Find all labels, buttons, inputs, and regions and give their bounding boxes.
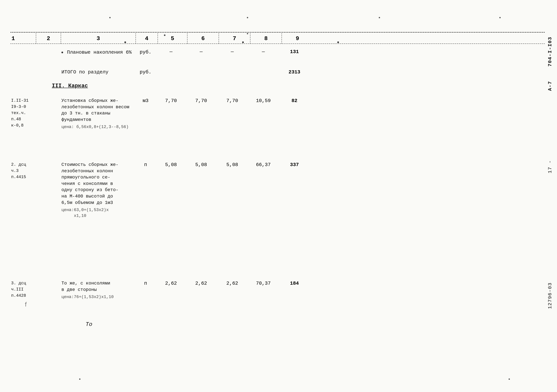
col-header-7: 7 bbox=[219, 35, 250, 42]
row-1: I.II-31 I9-3-0 тех.ч. п.48 к-0,8 Установ… bbox=[10, 96, 545, 132]
col9-planovye: 131 bbox=[279, 49, 310, 55]
head-dot-1 bbox=[164, 34, 165, 36]
col6-row3: 2,62 bbox=[186, 280, 217, 286]
col5-row3: 2,62 bbox=[156, 280, 186, 286]
col8-planovye: — bbox=[248, 49, 279, 55]
col7-row2: 5,08 bbox=[217, 161, 248, 168]
col7-row1: 7,70 bbox=[217, 97, 248, 104]
col6-row1: 7,70 bbox=[186, 97, 217, 104]
col5-planovye: — bbox=[156, 49, 186, 55]
top-border bbox=[10, 32, 545, 32]
col9-row2: 337 bbox=[279, 161, 310, 168]
price-row1: цена: б,56х0,8+(12,3--8,56) bbox=[61, 124, 134, 130]
deco-dot-3 bbox=[379, 17, 380, 18]
col9-row3: 184 bbox=[279, 280, 310, 286]
col-header-6: 6 bbox=[188, 35, 219, 42]
dot-col6 bbox=[242, 41, 244, 43]
desc-row3: То же, с консолямив две стороны цена:76+… bbox=[60, 280, 135, 300]
row-planovye: Плановые накопления 6% руб. — — — — 131 bbox=[10, 47, 545, 58]
ref-row1: I.II-31 I9-3-0 тех.ч. п.48 к-0,8 bbox=[10, 97, 36, 128]
desc-row1: Установка сборных же-лезобетонных колонн… bbox=[60, 97, 135, 130]
unit-row3: п bbox=[135, 280, 156, 286]
dot-planovye bbox=[61, 52, 63, 53]
page: 1 2 3 4 5 6 7 8 9 Плановые накопления 6%… bbox=[0, 0, 557, 392]
price-row3: цена:76+(1,53х2)х1,10 bbox=[61, 294, 134, 300]
col5-row2: 5,08 bbox=[156, 161, 186, 168]
side-label-bot: 12796-03 bbox=[547, 282, 553, 309]
unit-row2: п bbox=[135, 161, 156, 168]
col6-row2: 5,08 bbox=[186, 161, 217, 168]
desc-planovye: Плановые накопления 6% bbox=[60, 49, 135, 56]
side-label-top: 704-I-I03 bbox=[547, 37, 553, 66]
col-header-5: 5 bbox=[158, 35, 187, 42]
column-headers: 1 2 3 4 5 6 7 8 9 bbox=[10, 33, 545, 44]
deco-dot-1 bbox=[109, 17, 111, 18]
col6-planovye: — bbox=[186, 49, 217, 55]
unit-row1: м3 bbox=[135, 97, 156, 104]
slash-mark: ƒ bbox=[24, 301, 28, 307]
unit-planovye: руб. bbox=[135, 49, 156, 55]
col8-row3: 70,37 bbox=[248, 280, 279, 286]
col-header-3: 3 bbox=[61, 35, 135, 42]
side-label-top2: A-7 bbox=[547, 81, 553, 91]
row-3: 3. дсц ч.III п.4428 То же, с консолямив … bbox=[10, 279, 545, 302]
dot-col8 bbox=[337, 41, 339, 43]
col8-row2: 66,37 bbox=[248, 161, 279, 168]
col5-row1: 7,70 bbox=[156, 97, 186, 104]
dot-col3 bbox=[124, 41, 126, 43]
to-label: То bbox=[86, 321, 92, 328]
col7-row3: 2,62 bbox=[217, 280, 248, 286]
row-itogo: ИТОГО по разделу руб. 2313 bbox=[10, 68, 545, 76]
deco-dot-5 bbox=[247, 33, 248, 34]
bottom-dot-2 bbox=[508, 378, 510, 380]
col-header-8: 8 bbox=[250, 35, 281, 42]
col9-row1: 82 bbox=[279, 97, 310, 104]
ref-row3: 3. дсц ч.III п.4428 bbox=[10, 280, 36, 299]
section-heading-karkas: III. Каркас bbox=[52, 83, 88, 89]
deco-dot-2 bbox=[247, 17, 248, 18]
price-row2: цена:63,0+(1,53х2)х х1,10 bbox=[61, 207, 134, 219]
col-header-2: 2 bbox=[36, 35, 61, 42]
ref-row2: 2. дсц ч.3 п.4415 bbox=[10, 161, 36, 180]
col8-row1: 10,59 bbox=[248, 97, 279, 104]
desc-row2: Стоимость сборных же-лезобетонных колонн… bbox=[60, 161, 135, 219]
col9-itogo: 2313 bbox=[279, 69, 310, 75]
bottom-dot-1 bbox=[79, 378, 81, 380]
unit-itogo: руб. bbox=[135, 69, 156, 75]
col-header-9: 9 bbox=[282, 35, 313, 42]
deco-dot-4 bbox=[499, 17, 501, 18]
side-label-mid: 17 - bbox=[547, 160, 553, 173]
col-header-1: 1 bbox=[10, 35, 36, 42]
desc-itogo: ИТОГО по разделу bbox=[60, 69, 135, 75]
col7-planovye: — bbox=[217, 49, 248, 55]
row-2: 2. дсц ч.3 п.4415 Стоимость сборных же-л… bbox=[10, 160, 545, 220]
col-header-4: 4 bbox=[136, 35, 157, 42]
